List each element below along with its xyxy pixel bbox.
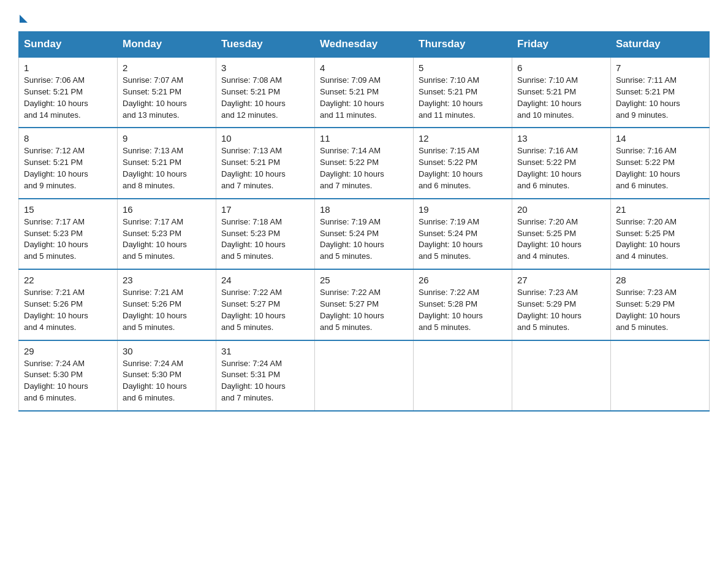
calendar-cell: 8Sunrise: 7:12 AMSunset: 5:21 PMDaylight… (19, 128, 118, 198)
day-number: 28 (616, 275, 704, 285)
day-number: 7 (616, 63, 704, 73)
calendar-cell: 30Sunrise: 7:24 AMSunset: 5:30 PMDayligh… (118, 340, 216, 411)
weekday-header-saturday: Saturday (611, 32, 710, 58)
calendar-cell: 18Sunrise: 7:19 AMSunset: 5:24 PMDayligh… (315, 199, 414, 269)
day-number: 23 (123, 275, 211, 285)
calendar-cell (414, 340, 512, 411)
day-info: Sunrise: 7:09 AMSunset: 5:21 PMDaylight:… (320, 75, 408, 121)
calendar-cell (512, 340, 611, 411)
day-number: 18 (320, 204, 408, 215)
calendar-cell: 25Sunrise: 7:22 AMSunset: 5:27 PMDayligh… (315, 269, 414, 340)
day-number: 27 (517, 275, 605, 285)
calendar-week-row: 29Sunrise: 7:24 AMSunset: 5:30 PMDayligh… (19, 340, 710, 411)
calendar-table: SundayMondayTuesdayWednesdayThursdayFrid… (18, 31, 710, 412)
day-number: 3 (221, 63, 309, 73)
day-number: 14 (616, 133, 704, 144)
weekday-header-row: SundayMondayTuesdayWednesdayThursdayFrid… (19, 32, 710, 58)
calendar-cell: 28Sunrise: 7:23 AMSunset: 5:29 PMDayligh… (611, 269, 710, 340)
calendar-week-row: 15Sunrise: 7:17 AMSunset: 5:23 PMDayligh… (19, 199, 710, 269)
day-info: Sunrise: 7:13 AMSunset: 5:21 PMDaylight:… (123, 145, 211, 191)
calendar-cell: 24Sunrise: 7:22 AMSunset: 5:27 PMDayligh… (216, 269, 315, 340)
calendar-cell: 21Sunrise: 7:20 AMSunset: 5:25 PMDayligh… (611, 199, 710, 269)
weekday-header-wednesday: Wednesday (315, 32, 414, 58)
page-header (18, 12, 710, 20)
day-number: 4 (320, 63, 408, 73)
day-number: 10 (221, 133, 309, 144)
day-info: Sunrise: 7:24 AMSunset: 5:30 PMDaylight:… (123, 358, 211, 404)
day-number: 19 (419, 204, 507, 215)
calendar-cell: 1Sunrise: 7:06 AMSunset: 5:21 PMDaylight… (19, 57, 118, 128)
day-number: 20 (517, 204, 605, 215)
calendar-cell: 6Sunrise: 7:10 AMSunset: 5:21 PMDaylight… (512, 57, 611, 128)
day-info: Sunrise: 7:06 AMSunset: 5:21 PMDaylight:… (24, 75, 112, 121)
calendar-cell: 13Sunrise: 7:16 AMSunset: 5:22 PMDayligh… (512, 128, 611, 198)
calendar-cell: 12Sunrise: 7:15 AMSunset: 5:22 PMDayligh… (414, 128, 512, 198)
calendar-cell: 14Sunrise: 7:16 AMSunset: 5:22 PMDayligh… (611, 128, 710, 198)
day-info: Sunrise: 7:17 AMSunset: 5:23 PMDaylight:… (123, 216, 211, 262)
calendar-cell: 29Sunrise: 7:24 AMSunset: 5:30 PMDayligh… (19, 340, 118, 411)
day-number: 22 (24, 275, 112, 285)
day-info: Sunrise: 7:10 AMSunset: 5:21 PMDaylight:… (419, 75, 507, 121)
day-number: 6 (517, 63, 605, 73)
calendar-cell: 20Sunrise: 7:20 AMSunset: 5:25 PMDayligh… (512, 199, 611, 269)
day-info: Sunrise: 7:21 AMSunset: 5:26 PMDaylight:… (123, 287, 211, 333)
day-info: Sunrise: 7:19 AMSunset: 5:24 PMDaylight:… (320, 216, 408, 262)
day-info: Sunrise: 7:16 AMSunset: 5:22 PMDaylight:… (616, 145, 704, 191)
day-info: Sunrise: 7:08 AMSunset: 5:21 PMDaylight:… (221, 75, 309, 121)
day-number: 13 (517, 133, 605, 144)
day-number: 24 (221, 275, 309, 285)
day-info: Sunrise: 7:22 AMSunset: 5:28 PMDaylight:… (419, 287, 507, 333)
day-number: 25 (320, 275, 408, 285)
day-info: Sunrise: 7:24 AMSunset: 5:30 PMDaylight:… (24, 358, 112, 404)
day-info: Sunrise: 7:19 AMSunset: 5:24 PMDaylight:… (419, 216, 507, 262)
calendar-cell: 7Sunrise: 7:11 AMSunset: 5:21 PMDaylight… (611, 57, 710, 128)
calendar-cell (611, 340, 710, 411)
calendar-cell: 11Sunrise: 7:14 AMSunset: 5:22 PMDayligh… (315, 128, 414, 198)
logo (18, 12, 28, 20)
day-info: Sunrise: 7:23 AMSunset: 5:29 PMDaylight:… (517, 287, 605, 333)
day-info: Sunrise: 7:12 AMSunset: 5:21 PMDaylight:… (24, 145, 112, 191)
day-info: Sunrise: 7:24 AMSunset: 5:31 PMDaylight:… (221, 358, 309, 404)
day-number: 30 (123, 346, 211, 356)
day-info: Sunrise: 7:22 AMSunset: 5:27 PMDaylight:… (320, 287, 408, 333)
day-number: 17 (221, 204, 309, 215)
day-info: Sunrise: 7:16 AMSunset: 5:22 PMDaylight:… (517, 145, 605, 191)
calendar-week-row: 1Sunrise: 7:06 AMSunset: 5:21 PMDaylight… (19, 57, 710, 128)
calendar-cell: 16Sunrise: 7:17 AMSunset: 5:23 PMDayligh… (118, 199, 216, 269)
day-number: 11 (320, 133, 408, 144)
day-number: 29 (24, 346, 112, 356)
day-info: Sunrise: 7:21 AMSunset: 5:26 PMDaylight:… (24, 287, 112, 333)
weekday-header-tuesday: Tuesday (216, 32, 315, 58)
calendar-cell (315, 340, 414, 411)
calendar-week-row: 8Sunrise: 7:12 AMSunset: 5:21 PMDaylight… (19, 128, 710, 198)
day-number: 12 (419, 133, 507, 144)
day-info: Sunrise: 7:11 AMSunset: 5:21 PMDaylight:… (616, 75, 704, 121)
day-number: 15 (24, 204, 112, 215)
day-info: Sunrise: 7:20 AMSunset: 5:25 PMDaylight:… (517, 216, 605, 262)
day-info: Sunrise: 7:23 AMSunset: 5:29 PMDaylight:… (616, 287, 704, 333)
calendar-cell: 22Sunrise: 7:21 AMSunset: 5:26 PMDayligh… (19, 269, 118, 340)
day-number: 31 (221, 346, 309, 356)
day-number: 5 (419, 63, 507, 73)
logo-arrow-icon (20, 15, 28, 23)
calendar-cell: 5Sunrise: 7:10 AMSunset: 5:21 PMDaylight… (414, 57, 512, 128)
calendar-cell: 4Sunrise: 7:09 AMSunset: 5:21 PMDaylight… (315, 57, 414, 128)
day-info: Sunrise: 7:07 AMSunset: 5:21 PMDaylight:… (123, 75, 211, 121)
weekday-header-monday: Monday (118, 32, 216, 58)
weekday-header-friday: Friday (512, 32, 611, 58)
day-number: 16 (123, 204, 211, 215)
calendar-cell: 9Sunrise: 7:13 AMSunset: 5:21 PMDaylight… (118, 128, 216, 198)
weekday-header-thursday: Thursday (414, 32, 512, 58)
calendar-cell: 23Sunrise: 7:21 AMSunset: 5:26 PMDayligh… (118, 269, 216, 340)
day-number: 2 (123, 63, 211, 73)
day-info: Sunrise: 7:14 AMSunset: 5:22 PMDaylight:… (320, 145, 408, 191)
day-info: Sunrise: 7:15 AMSunset: 5:22 PMDaylight:… (419, 145, 507, 191)
calendar-cell: 26Sunrise: 7:22 AMSunset: 5:28 PMDayligh… (414, 269, 512, 340)
calendar-cell: 27Sunrise: 7:23 AMSunset: 5:29 PMDayligh… (512, 269, 611, 340)
day-number: 26 (419, 275, 507, 285)
calendar-cell: 17Sunrise: 7:18 AMSunset: 5:23 PMDayligh… (216, 199, 315, 269)
day-info: Sunrise: 7:22 AMSunset: 5:27 PMDaylight:… (221, 287, 309, 333)
day-info: Sunrise: 7:18 AMSunset: 5:23 PMDaylight:… (221, 216, 309, 262)
calendar-cell: 10Sunrise: 7:13 AMSunset: 5:21 PMDayligh… (216, 128, 315, 198)
day-info: Sunrise: 7:10 AMSunset: 5:21 PMDaylight:… (517, 75, 605, 121)
